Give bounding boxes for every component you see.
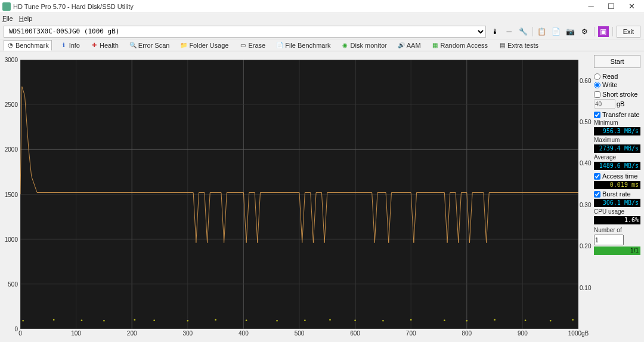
svg-point-32 [410, 319, 412, 321]
svg-point-22 [134, 319, 135, 321]
tab-aam[interactable]: 🔊AAM [395, 41, 423, 50]
app-icon [2, 2, 11, 11]
tab-strip: ◔Benchmark ℹInfo ✚Health 🔍Error Scan 📁Fo… [0, 39, 644, 51]
info-icon: ℹ [60, 42, 67, 49]
svg-point-38 [572, 319, 574, 321]
label-minimum: Minimum [594, 119, 640, 126]
y-left-axis: 300025002000150010005000 [4, 60, 19, 329]
svg-point-31 [382, 320, 384, 321]
label-maximum: Maximum [594, 137, 640, 143]
start-button[interactable]: Start [594, 55, 640, 68]
temperature-limit-icon[interactable]: ─ [504, 26, 515, 37]
svg-point-25 [215, 319, 216, 321]
device-select[interactable]: WDS100T3X0C-00SJG0 (1000 gB) [4, 26, 486, 38]
number-of-passes[interactable] [594, 235, 624, 245]
side-panel: Start Read Write Short stroke gB Transfe… [594, 55, 640, 338]
gauge-icon: ◔ [7, 42, 14, 49]
chk-transfer-rate[interactable]: Transfer rate [594, 111, 640, 118]
minimize-tray-icon[interactable]: ▣ [598, 26, 609, 37]
content-area: MB/s 300025002000150010005000 0.600.500.… [0, 51, 644, 342]
svg-point-24 [187, 320, 188, 321]
separator [594, 27, 595, 36]
progress-indicator: 1/1 [594, 247, 640, 255]
benchmark-chart: MB/s 300025002000150010005000 0.600.500.… [4, 55, 590, 338]
options-icon[interactable]: ⚙ [580, 26, 590, 37]
svg-point-20 [81, 320, 83, 321]
close-button[interactable]: ✕ [621, 1, 642, 13]
folder-icon: 📁 [180, 42, 187, 49]
tab-benchmark[interactable]: ◔Benchmark [4, 40, 52, 51]
value-access-time: 0.019 ms [594, 181, 640, 189]
random-icon: ▦ [432, 42, 439, 49]
svg-point-26 [246, 320, 247, 321]
short-stroke-value [594, 99, 615, 109]
device-toolbar: WDS100T3X0C-00SJG0 (1000 gB) 🌡 ─ 🔧 📋 📄 📷… [0, 24, 644, 39]
value-average: 1489.6 MB/s [594, 162, 640, 170]
svg-point-18 [22, 320, 24, 321]
scan-icon: 🔍 [129, 42, 137, 49]
x-axis: 01002003004005006007008009001000gB [20, 330, 578, 338]
speaker-icon: 🔊 [398, 42, 405, 49]
tab-health[interactable]: ✚Health [88, 41, 121, 50]
separator [532, 27, 533, 36]
tab-info[interactable]: ℹInfo [58, 41, 82, 50]
svg-point-29 [329, 319, 331, 321]
extra-icon: ▤ [499, 42, 506, 49]
svg-point-35 [494, 319, 496, 321]
tab-error-scan[interactable]: 🔍Error Scan [127, 41, 172, 50]
chk-access-time[interactable]: Access time [594, 172, 640, 180]
erase-icon: ▭ [239, 42, 246, 49]
chk-burst-rate[interactable]: Burst rate [594, 190, 640, 198]
radio-write[interactable]: Write [594, 81, 640, 88]
maximize-button[interactable]: ☐ [601, 1, 621, 13]
tab-folder-usage[interactable]: 📁Folder Usage [178, 41, 231, 50]
svg-point-21 [103, 320, 105, 321]
menu-help[interactable]: Help [19, 15, 33, 22]
svg-point-28 [304, 320, 306, 321]
radio-read[interactable]: Read [594, 73, 640, 80]
value-cpu-usage: 1.6% [594, 216, 640, 224]
chart-svg [20, 60, 578, 329]
svg-point-19 [53, 319, 55, 321]
svg-point-34 [466, 320, 467, 321]
tab-extra-tests[interactable]: ▤Extra tests [496, 41, 541, 50]
svg-point-36 [525, 320, 527, 321]
exit-button[interactable]: Exit [617, 26, 640, 38]
chart-plot-area [20, 60, 578, 329]
value-maximum: 2739.4 MB/s [594, 144, 640, 153]
y-right-axis: 0.600.500.400.300.200.10 [578, 60, 590, 329]
file-icon: 📄 [276, 42, 283, 49]
tab-file-benchmark[interactable]: 📄File Benchmark [274, 41, 333, 50]
menu-bar: File Help [0, 13, 644, 24]
tab-random-access[interactable]: ▦Random Access [429, 41, 490, 50]
menu-file[interactable]: File [2, 15, 13, 22]
svg-point-30 [354, 320, 356, 321]
tab-disk-monitor[interactable]: ◉Disk monitor [339, 41, 389, 50]
value-minimum: 956.3 MB/s [594, 127, 640, 135]
svg-point-27 [276, 320, 278, 321]
save-screenshot-icon[interactable]: 📷 [565, 26, 576, 37]
window-titlebar: HD Tune Pro 5.70 - Hard Disk/SSD Utility… [0, 0, 644, 13]
minimize-button[interactable]: ─ [581, 1, 601, 13]
svg-point-37 [550, 320, 552, 321]
chk-short-stroke[interactable]: Short stroke [594, 91, 640, 98]
label-number-of: Number of [594, 227, 640, 233]
window-title: HD Tune Pro 5.70 - Hard Disk/SSD Utility [13, 3, 581, 10]
monitor-icon: ◉ [342, 42, 349, 49]
svg-point-33 [444, 320, 445, 321]
value-burst-rate: 306.1 MB/s [594, 199, 640, 207]
svg-point-23 [153, 320, 155, 321]
copy-screenshot-icon[interactable]: 📄 [551, 26, 562, 37]
short-stroke-unit: gB [617, 100, 624, 107]
separator [612, 27, 613, 36]
copy-info-icon[interactable]: 📋 [537, 26, 547, 37]
tab-erase[interactable]: ▭Erase [237, 41, 268, 50]
temperature-icon[interactable]: 🌡 [490, 26, 500, 37]
temperature-settings-icon[interactable]: 🔧 [518, 26, 529, 37]
label-average: Average [594, 154, 640, 161]
health-icon: ✚ [91, 42, 98, 49]
label-cpu-usage: CPU usage [594, 208, 640, 215]
